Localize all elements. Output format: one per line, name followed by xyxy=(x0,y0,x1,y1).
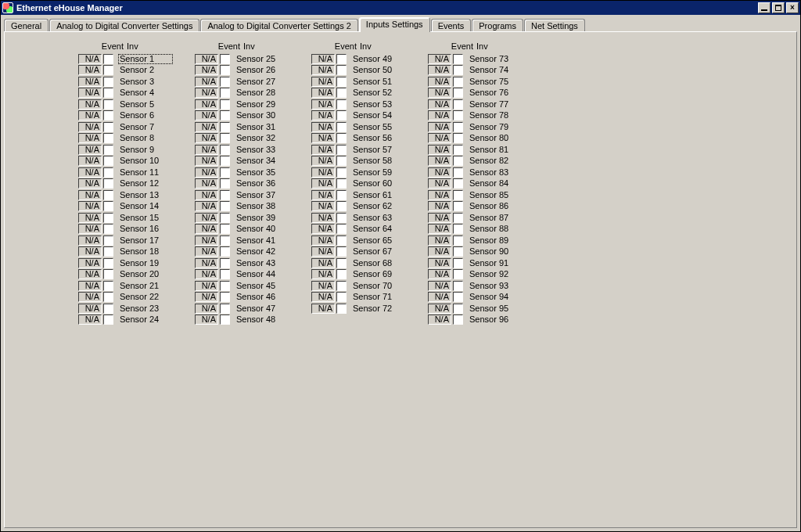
event-value[interactable]: N/A xyxy=(78,167,102,178)
invert-checkbox[interactable] xyxy=(453,292,463,302)
event-value[interactable]: N/A xyxy=(428,54,451,64)
invert-checkbox[interactable] xyxy=(103,110,113,120)
invert-checkbox[interactable] xyxy=(336,178,347,189)
sensor-name[interactable]: Sensor 36 xyxy=(235,178,289,189)
sensor-name[interactable]: Sensor 16 xyxy=(118,224,173,234)
invert-checkbox[interactable] xyxy=(103,122,113,132)
event-value[interactable]: N/A xyxy=(195,54,218,64)
invert-checkbox[interactable] xyxy=(336,54,347,64)
invert-checkbox[interactable] xyxy=(220,167,230,178)
invert-checkbox[interactable] xyxy=(453,178,463,189)
event-value[interactable]: N/A xyxy=(428,156,451,166)
event-value[interactable]: N/A xyxy=(311,224,335,234)
sensor-name[interactable]: Sensor 88 xyxy=(468,224,523,234)
event-value[interactable]: N/A xyxy=(311,304,335,314)
event-value[interactable]: N/A xyxy=(195,178,218,189)
event-value[interactable]: N/A xyxy=(78,122,102,132)
sensor-name[interactable]: Sensor 20 xyxy=(118,269,173,279)
invert-checkbox[interactable] xyxy=(220,133,230,143)
tab-inputs-settings[interactable]: Inputs Settings xyxy=(359,17,430,32)
sensor-name[interactable]: Sensor 68 xyxy=(351,258,406,268)
event-value[interactable]: N/A xyxy=(78,281,102,291)
event-value[interactable]: N/A xyxy=(78,292,102,302)
event-value[interactable]: N/A xyxy=(311,145,335,155)
invert-checkbox[interactable] xyxy=(453,99,463,110)
sensor-name[interactable]: Sensor 60 xyxy=(351,178,406,189)
invert-checkbox[interactable] xyxy=(453,122,463,132)
event-value[interactable]: N/A xyxy=(311,258,335,268)
event-value[interactable]: N/A xyxy=(428,110,451,120)
event-value[interactable]: N/A xyxy=(428,246,451,257)
invert-checkbox[interactable] xyxy=(453,65,463,75)
sensor-name[interactable]: Sensor 89 xyxy=(468,235,523,246)
invert-checkbox[interactable] xyxy=(103,156,113,166)
sensor-name[interactable]: Sensor 52 xyxy=(351,88,406,98)
invert-checkbox[interactable] xyxy=(220,292,230,302)
event-value[interactable]: N/A xyxy=(195,246,218,257)
sensor-name[interactable]: Sensor 87 xyxy=(468,213,523,223)
sensor-name[interactable]: Sensor 3 xyxy=(118,77,173,87)
event-value[interactable]: N/A xyxy=(78,235,102,246)
sensor-name[interactable]: Sensor 10 xyxy=(118,156,173,166)
invert-checkbox[interactable] xyxy=(336,213,347,223)
sensor-name[interactable]: Sensor 72 xyxy=(351,304,406,314)
sensor-name[interactable]: Sensor 28 xyxy=(235,88,289,98)
invert-checkbox[interactable] xyxy=(220,77,230,87)
event-value[interactable]: N/A xyxy=(195,315,218,325)
event-value[interactable]: N/A xyxy=(311,178,335,189)
sensor-name[interactable]: Sensor 7 xyxy=(118,122,173,132)
sensor-name[interactable]: Sensor 11 xyxy=(118,167,173,178)
invert-checkbox[interactable] xyxy=(453,190,463,200)
event-value[interactable]: N/A xyxy=(195,201,218,211)
event-value[interactable]: N/A xyxy=(195,258,218,268)
sensor-name[interactable]: Sensor 45 xyxy=(235,281,289,291)
invert-checkbox[interactable] xyxy=(220,235,230,246)
event-value[interactable]: N/A xyxy=(428,269,451,279)
invert-checkbox[interactable] xyxy=(336,110,347,120)
event-value[interactable]: N/A xyxy=(311,77,335,87)
sensor-name[interactable]: Sensor 73 xyxy=(468,54,523,64)
sensor-name[interactable]: Sensor 92 xyxy=(468,269,523,279)
sensor-name[interactable]: Sensor 94 xyxy=(468,292,523,302)
invert-checkbox[interactable] xyxy=(103,190,113,200)
sensor-name[interactable]: Sensor 80 xyxy=(468,133,523,143)
event-value[interactable]: N/A xyxy=(428,224,451,234)
invert-checkbox[interactable] xyxy=(220,122,230,132)
event-value[interactable]: N/A xyxy=(78,145,102,155)
invert-checkbox[interactable] xyxy=(453,201,463,211)
sensor-name[interactable]: Sensor 82 xyxy=(468,156,523,166)
event-value[interactable]: N/A xyxy=(428,292,451,302)
invert-checkbox[interactable] xyxy=(103,77,113,87)
sensor-name[interactable]: Sensor 90 xyxy=(468,246,523,257)
event-value[interactable]: N/A xyxy=(78,304,102,314)
invert-checkbox[interactable] xyxy=(103,281,113,291)
invert-checkbox[interactable] xyxy=(103,88,113,98)
event-value[interactable]: N/A xyxy=(195,213,218,223)
event-value[interactable]: N/A xyxy=(428,258,451,268)
invert-checkbox[interactable] xyxy=(220,110,230,120)
event-value[interactable]: N/A xyxy=(78,246,102,257)
sensor-name[interactable]: Sensor 58 xyxy=(351,156,406,166)
event-value[interactable]: N/A xyxy=(311,122,335,132)
sensor-name[interactable]: Sensor 31 xyxy=(235,122,289,132)
event-value[interactable]: N/A xyxy=(78,156,102,166)
event-value[interactable]: N/A xyxy=(78,178,102,189)
invert-checkbox[interactable] xyxy=(453,213,463,223)
invert-checkbox[interactable] xyxy=(336,292,347,302)
sensor-name[interactable]: Sensor 64 xyxy=(351,224,406,234)
event-value[interactable]: N/A xyxy=(195,110,218,120)
event-value[interactable]: N/A xyxy=(78,65,102,75)
invert-checkbox[interactable] xyxy=(336,65,347,75)
sensor-name[interactable]: Sensor 19 xyxy=(118,258,173,268)
sensor-name[interactable]: Sensor 24 xyxy=(118,315,173,325)
event-value[interactable]: N/A xyxy=(78,99,102,110)
event-value[interactable]: N/A xyxy=(311,65,335,75)
invert-checkbox[interactable] xyxy=(220,156,230,166)
sensor-name[interactable]: Sensor 23 xyxy=(118,304,173,314)
event-value[interactable]: N/A xyxy=(195,77,218,87)
event-value[interactable]: N/A xyxy=(428,133,451,143)
event-value[interactable]: N/A xyxy=(78,54,102,64)
sensor-name[interactable]: Sensor 13 xyxy=(118,190,173,200)
event-value[interactable]: N/A xyxy=(311,281,335,291)
sensor-name[interactable]: Sensor 54 xyxy=(351,110,406,120)
